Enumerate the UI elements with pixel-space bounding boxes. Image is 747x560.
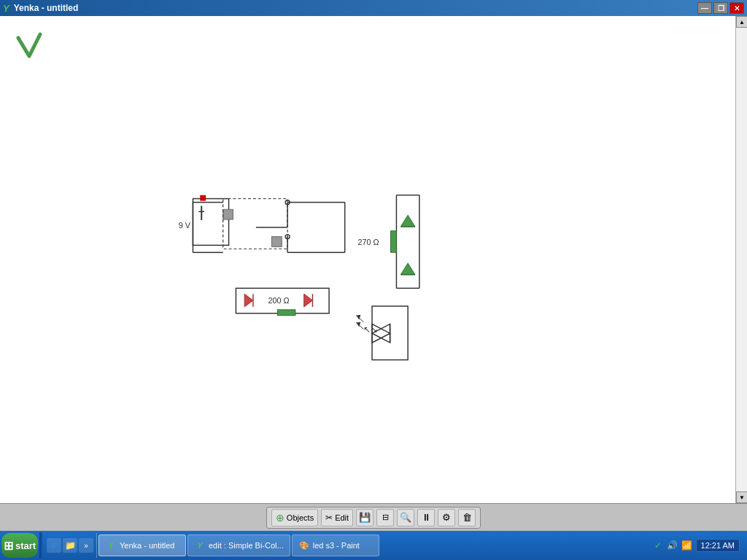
objects-label: Objects xyxy=(287,513,314,522)
svg-point-15 xyxy=(285,235,290,239)
toolbar-section: ⊕ Objects ✂ Edit 💾 ⊟ 🔍 ⏸ xyxy=(266,507,481,529)
scissors-icon: ✂ xyxy=(325,513,333,523)
minimize-button[interactable]: — xyxy=(697,2,712,14)
clock-time: 12:21 AM xyxy=(701,541,735,550)
scroll-track[interactable] xyxy=(736,28,747,491)
save-button[interactable]: 💾 xyxy=(356,509,374,526)
svg-rect-0 xyxy=(193,199,228,246)
taskbar-divider xyxy=(39,532,42,559)
circuit-diagram: 9 V xyxy=(0,16,747,503)
svg-rect-23 xyxy=(391,231,397,252)
edit-button[interactable]: ✂ Edit xyxy=(321,509,353,526)
svg-rect-7 xyxy=(223,199,287,249)
taskbar-item-yenka-label: Yenka - untitled xyxy=(120,541,174,550)
quick-launch-folder[interactable]: 📁 xyxy=(63,538,77,553)
svg-text:200 Ω: 200 Ω xyxy=(268,296,290,305)
svg-marker-30 xyxy=(244,294,253,307)
save-as-icon: ⊟ xyxy=(382,513,389,522)
scroll-up-button[interactable]: ▲ xyxy=(736,16,747,28)
objects-icon: ⊕ xyxy=(276,512,285,524)
title-bar-left: Y Yenka - untitled xyxy=(3,3,78,14)
system-tray: ✓ 🔊 📶 12:21 AM xyxy=(646,539,746,552)
svg-rect-35 xyxy=(277,310,295,316)
arrow-icon: » xyxy=(84,542,88,550)
tray-checkmark: ✓ xyxy=(652,540,664,551)
quick-launch-arrow[interactable]: » xyxy=(79,538,93,553)
svg-marker-25 xyxy=(400,215,415,227)
window-title: Yenka - untitled xyxy=(14,3,79,13)
svg-marker-32 xyxy=(304,294,313,307)
save-icon: 💾 xyxy=(359,512,371,523)
taskbar-item-paint-label: led s3 - Paint xyxy=(313,541,360,550)
svg-marker-37 xyxy=(372,324,390,343)
app-icon: Y xyxy=(3,3,9,14)
title-bar-controls: — ❐ ✕ xyxy=(697,2,744,14)
svg-text:9 V: 9 V xyxy=(179,221,191,230)
svg-text:270 Ω: 270 Ω xyxy=(357,238,379,246)
settings-icon: ⚙ xyxy=(442,512,451,523)
svg-line-39 xyxy=(356,316,363,322)
svg-marker-42 xyxy=(356,322,360,327)
paint-task-icon: 🎨 xyxy=(298,540,310,551)
taskbar-item-yenka[interactable]: Y Yenka - untitled xyxy=(98,534,186,556)
yenka-task-icon: Y xyxy=(105,540,117,551)
svg-marker-40 xyxy=(356,315,360,320)
canvas-area[interactable]: 9 V xyxy=(0,16,747,503)
close-button[interactable]: ✕ xyxy=(729,2,744,14)
pause-button[interactable]: ⏸ xyxy=(417,509,435,526)
svg-rect-36 xyxy=(372,306,408,360)
taskbar-item-paint[interactable]: 🎨 led s3 - Paint xyxy=(292,534,379,556)
svg-text:↖↘: ↖↘ xyxy=(363,324,378,334)
settings-button[interactable]: ⚙ xyxy=(438,509,455,526)
svg-rect-3 xyxy=(200,195,206,201)
objects-button[interactable]: ⊕ Objects xyxy=(271,509,318,526)
save-as-button[interactable]: ⊟ xyxy=(376,509,394,526)
svg-line-41 xyxy=(356,322,363,329)
ie-icon: e xyxy=(52,540,57,551)
delete-button[interactable]: 🗑 xyxy=(458,509,476,526)
svg-point-14 xyxy=(285,200,290,204)
yenka-logo xyxy=(15,31,51,69)
zoom-button[interactable]: 🔍 xyxy=(397,509,414,526)
quick-launch-ie[interactable]: e xyxy=(47,538,61,553)
start-button[interactable]: ⊞ start xyxy=(1,533,38,558)
edit-label: Edit xyxy=(335,513,349,522)
taskbar-item-edit-label: edit : Simple Bi-Col... xyxy=(209,541,284,550)
svg-marker-43 xyxy=(372,324,390,343)
right-scrollbar[interactable]: ▲ ▼ xyxy=(735,16,747,503)
restore-button[interactable]: ❐ xyxy=(713,2,728,14)
taskbar-item-edit[interactable]: Y edit : Simple Bi-Col... xyxy=(187,534,290,556)
title-bar: Y Yenka - untitled — ❐ ✕ xyxy=(0,0,747,16)
svg-rect-6 xyxy=(272,237,282,247)
quick-launch-area: e 📁 » xyxy=(44,533,97,558)
edit-task-icon: Y xyxy=(194,540,206,551)
delete-icon: 🗑 xyxy=(462,512,472,523)
scroll-down-button[interactable]: ▼ xyxy=(736,491,747,503)
zoom-icon: 🔍 xyxy=(400,512,411,523)
bottom-toolbar: ⊕ Objects ✂ Edit 💾 ⊟ 🔍 ⏸ xyxy=(0,503,747,531)
tray-speaker[interactable]: 🔊 xyxy=(667,540,678,551)
clock: 12:21 AM xyxy=(696,539,740,552)
svg-rect-5 xyxy=(223,209,233,219)
main-container: 9 V xyxy=(0,16,747,560)
start-icon: ⊞ xyxy=(4,539,13,553)
taskbar: ⊞ start e 📁 » Y Yenka - untitled Y xyxy=(0,531,747,560)
start-label: start xyxy=(15,540,36,551)
folder-icon: 📁 xyxy=(65,540,76,551)
pause-icon: ⏸ xyxy=(422,512,431,523)
svg-rect-29 xyxy=(236,288,329,313)
svg-marker-27 xyxy=(400,263,415,275)
tray-network[interactable]: 📶 xyxy=(681,540,693,551)
